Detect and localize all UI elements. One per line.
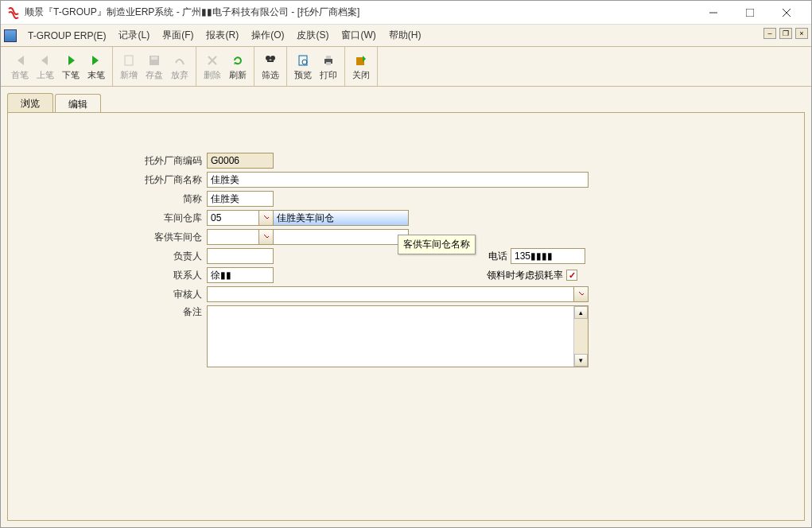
svg-rect-14 [326,62,331,65]
code-label: 托外厂商编码 [24,154,207,168]
last-button[interactable]: 末笔 [84,49,109,84]
menu-record[interactable]: 记录(L) [112,25,156,45]
titlebar: 顺景『T-GROUP』制造业ERP系统 - 广州▮▮电子科技有限公司 - [托外… [1,1,811,25]
content-area: 浏览 编辑 托外厂商编码 托外厂商名称 简称 车间仓库 佳胜美车间仓 客供车间仓 [1,87,811,527]
tab-browse[interactable]: 浏览 [7,93,53,112]
contact-label: 联系人 [24,269,207,282]
owner-label: 负责人 [24,250,207,263]
memo-field: ▴ ▾ [207,305,589,367]
menu-help[interactable]: 帮助(H) [383,25,428,45]
lookup-arrow-icon [577,290,585,298]
phone-label: 电话 [488,250,511,263]
menu-skin[interactable]: 皮肤(S) [290,25,335,45]
prev-button[interactable]: 上笔 [33,49,58,84]
mdi-minimize-button[interactable]: – [763,28,776,39]
toolbar: 首笔 上笔 下笔 末笔 新增 存盘 放弃 删除 刷新 筛选 预览 打印 关闭 [1,47,811,87]
tooltip: 客供车间仓名称 [398,235,476,254]
form-panel: 托外厂商编码 托外厂商名称 简称 车间仓库 佳胜美车间仓 客供车间仓 [7,112,805,521]
warehouse-name-display: 佳胜美车间仓 [274,210,409,226]
reviewer-lookup-button[interactable] [574,286,589,302]
svg-rect-13 [326,56,331,59]
cust-wh-name-display [274,229,409,245]
cust-wh-code-input[interactable] [207,229,259,245]
cust-wh-lookup-button[interactable] [259,229,274,245]
scroll-down-icon[interactable]: ▾ [574,354,588,367]
tab-edit[interactable]: 编辑 [55,94,101,113]
scroll-up-icon[interactable]: ▴ [574,306,588,319]
next-button[interactable]: 下笔 [58,49,84,84]
menu-app[interactable]: T-GROUP ERP(E) [21,27,112,45]
lookup-arrow-icon [262,233,270,241]
save-button[interactable]: 存盘 [142,49,167,84]
app-logo-icon [7,6,20,19]
svg-rect-9 [267,60,274,62]
maximize-button[interactable] [732,2,768,24]
svg-point-7 [266,56,270,60]
svg-rect-1 [746,9,754,17]
owner-input[interactable] [207,248,274,264]
contact-input[interactable] [207,267,274,283]
reviewer-label: 审核人 [24,288,207,301]
menu-interface[interactable]: 界面(F) [156,25,200,45]
memo-textarea[interactable] [208,306,573,367]
preview-button[interactable]: 预览 [290,49,316,84]
minimize-button[interactable] [695,2,732,24]
cust-wh-label: 客供车间仓 [24,231,207,244]
menu-operation[interactable]: 操作(O) [245,25,290,45]
svg-rect-6 [151,56,157,60]
print-button[interactable]: 打印 [316,49,341,84]
name-label: 托外厂商名称 [24,173,207,187]
menu-report[interactable]: 报表(R) [200,25,245,45]
filter-button[interactable]: 筛选 [258,49,283,84]
menu-window[interactable]: 窗口(W) [335,25,382,45]
mdi-close-button[interactable]: × [795,28,808,39]
loss-checkbox[interactable] [566,270,577,281]
first-button[interactable]: 首笔 [7,49,33,84]
svg-rect-4 [125,56,133,65]
tabstrip: 浏览 编辑 [7,93,805,112]
short-label: 简称 [24,192,207,206]
reviewer-input[interactable] [207,286,574,302]
close-window-button[interactable] [768,2,805,24]
short-input[interactable] [207,191,274,207]
refresh-button[interactable]: 刷新 [225,49,251,84]
svg-point-8 [270,56,275,60]
lookup-arrow-icon [262,214,270,222]
document-icon [4,29,17,42]
close-button[interactable]: 关闭 [348,49,374,84]
warehouse-lookup-button[interactable] [259,210,274,226]
code-input[interactable] [207,153,274,169]
menubar: T-GROUP ERP(E) 记录(L) 界面(F) 报表(R) 操作(O) 皮… [1,25,811,47]
delete-button[interactable]: 删除 [200,49,225,84]
memo-scrollbar[interactable]: ▴ ▾ [573,306,588,367]
loss-label: 领料时考虑损耗率 [487,269,563,282]
warehouse-code-input[interactable] [207,210,259,226]
name-input[interactable] [207,172,589,188]
memo-label: 备注 [24,305,207,319]
svg-point-11 [302,60,307,64]
warehouse-label: 车间仓库 [24,212,207,225]
new-button[interactable]: 新增 [116,49,142,84]
discard-button[interactable]: 放弃 [167,49,192,84]
phone-input[interactable] [511,248,585,264]
window-title: 顺景『T-GROUP』制造业ERP系统 - 广州▮▮电子科技有限公司 - [托外… [25,6,695,19]
mdi-restore-button[interactable]: ❐ [779,28,792,39]
